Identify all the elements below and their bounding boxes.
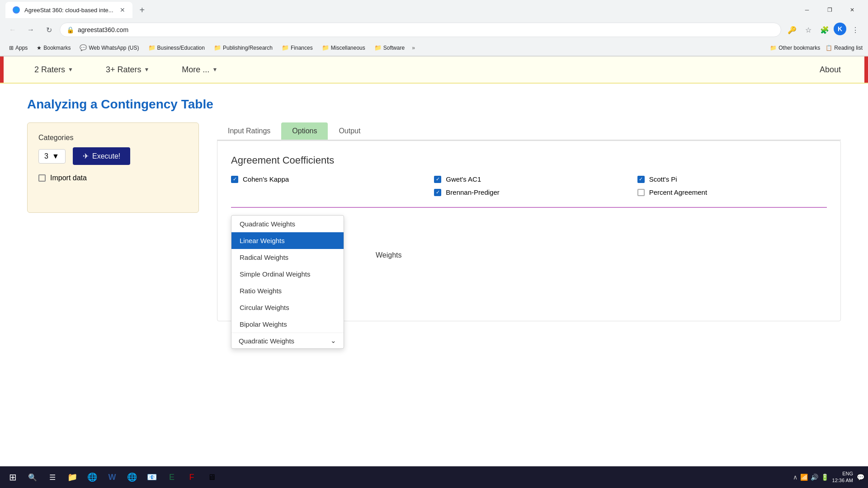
address-bar[interactable]: 🔒 agreestat360.com [60,23,781,37]
file-explorer[interactable]: 📁 [63,468,81,486]
categories-select[interactable]: 3 ▼ [38,149,66,164]
tab-input-ratings[interactable]: Input Ratings [217,122,281,140]
menu-icon[interactable]: ⋮ [848,23,863,37]
dropdown-option-linear[interactable]: Linear Weights [231,232,344,249]
dropdown-option-radical[interactable]: Radical Weights [231,249,344,266]
folder-icon: 📁 [67,472,77,482]
bookmark-business[interactable]: 📁 Business/Education [145,43,208,52]
import-label: Import data [50,174,87,182]
execute-button[interactable]: ✈ Execute! [73,147,130,165]
forward-button[interactable]: → [24,23,38,37]
folder-icon: 📁 [374,44,382,51]
percent-agreement-checkbox[interactable] [637,189,645,196]
excel[interactable]: E [163,468,181,486]
bookmarks-label: Bookmarks [43,45,71,51]
clock[interactable]: ENG 12:36 AM [832,470,853,484]
options-panel: Agreement Coefficients ✓ Cohen's Kappa ✓… [217,141,841,321]
bookmark-whatsapp[interactable]: 💬 Web WhatsApp (US) [76,43,142,52]
bookmark-publishing[interactable]: 📁 Publishing/Research [210,43,276,52]
bookmark-finances[interactable]: 📁 Finances [278,43,316,52]
word[interactable]: W [103,468,121,486]
tab-options[interactable]: Options [281,122,328,140]
publishing-label: Publishing/Research [223,45,273,51]
profile-avatar[interactable]: K [834,23,846,35]
dropdown-option-quadratic-1[interactable]: Quadratic Weights [231,216,344,232]
gwets-ac1-checkbox[interactable]: ✓ [434,176,441,183]
chrome[interactable]: 🌐 [123,468,141,486]
window-controls: ─ ❐ ✕ [797,3,863,17]
star-icon: ★ [37,45,42,51]
taskbar: ⊞ 🔍 ☰ 📁 🌐 W 🌐 📧 E F 🖥 ∧ 📶 🔊 🔋 ENG [0,466,868,488]
maximize-button[interactable]: ❐ [819,3,840,17]
refresh-button[interactable]: ↻ [42,23,56,37]
bookmark-star-icon[interactable]: ☆ [801,23,816,37]
dropdown-selected-label: Quadratic Weights [239,337,294,345]
nav-more[interactable]: More ... ▼ [175,61,225,78]
nav-2-raters[interactable]: 2 Raters ▼ [27,61,80,78]
coeff-cohens-kappa: ✓ Cohen's Kappa [231,175,420,183]
weights-dropdown-menu[interactable]: Quadratic Weights Linear Weights Radical… [231,215,344,349]
nav-3-plus-raters[interactable]: 3+ Raters ▼ [99,61,156,78]
outlook[interactable]: 📧 [143,468,161,486]
dropdown-footer-quadratic[interactable]: Quadratic Weights ⌄ [231,333,344,348]
brennan-prediger-checkbox[interactable]: ✓ [434,189,441,196]
bookmark-bookmarks[interactable]: ★ Bookmarks [33,44,74,52]
dropdown-option-simple-ordinal[interactable]: Simple Ordinal Weights [231,266,344,282]
time-label: 12:36 AM [832,477,853,484]
foxit[interactable]: F [183,468,201,486]
new-tab-button[interactable]: + [140,5,145,15]
minimize-button[interactable]: ─ [797,3,817,17]
tab-output[interactable]: Output [328,122,371,140]
excel-icon: E [169,473,175,482]
execute-label: Execute! [92,152,120,160]
software-label: Software [383,45,405,51]
dropdown-option-ratio[interactable]: Ratio Weights [231,282,344,299]
expand-tray-icon[interactable]: ∧ [793,474,797,481]
chevron-down-icon: ⌄ [330,337,336,345]
task-view[interactable]: ☰ [43,468,61,486]
page-title: Analyzing a Contingency Table [27,97,841,112]
cohens-kappa-checkbox[interactable]: ✓ [231,176,238,183]
right-panel: Input Ratings Options Output Agreement C… [217,122,841,321]
apps-label: Apps [15,45,28,51]
whatsapp-label: Web WhatsApp (US) [89,45,139,51]
tab-title: AgreeStat 360: cloud-based inte... [24,7,113,14]
dropdown-arrow-icon: ▼ [144,66,149,73]
password-icon[interactable]: 🔑 [785,23,799,37]
dropdown-arrow-icon: ▼ [68,66,73,73]
close-tab-button[interactable]: ✕ [120,6,125,14]
dropdown-option-bipolar[interactable]: Bipolar Weights [231,316,344,333]
close-window-button[interactable]: ✕ [842,3,863,17]
reading-list-label[interactable]: Reading list [834,45,863,51]
notification-icon[interactable]: 💬 [857,474,864,481]
misc-app[interactable]: 🖥 [203,468,221,486]
coeff-brennan-prediger: ✓ Brennan-Prediger [434,188,623,196]
nav-more-label: More ... [182,65,209,75]
search-taskbar[interactable]: 🔍 [24,468,42,486]
edge-browser[interactable]: 🌐 [83,468,101,486]
extensions-icon[interactable]: 🧩 [817,23,832,37]
edge-icon: 🌐 [87,472,97,482]
apps-grid-icon: ⊞ [9,45,14,51]
lock-icon: 🔒 [66,26,74,33]
system-tray: ∧ 📶 🔊 🔋 [793,474,829,481]
folder-icon: 📁 [148,44,156,51]
more-bookmarks-icon[interactable]: » [410,45,417,51]
start-button[interactable]: ⊞ [4,468,22,486]
import-checkbox[interactable] [38,174,46,182]
gwets-ac1-label: Gwet's AC1 [446,175,481,183]
scotts-pi-checkbox[interactable]: ✓ [637,176,645,183]
select-arrow-icon: ▼ [52,152,59,160]
other-bookmarks-label[interactable]: Other bookmarks [778,45,820,51]
coeff-gwets-ac1: ✓ Gwet's AC1 [434,175,623,183]
network-icon[interactable]: 📶 [800,474,808,481]
nav-about[interactable]: About [820,65,841,75]
bookmark-miscellaneous[interactable]: 📁 Miscellaneous [318,43,369,52]
back-button[interactable]: ← [5,23,20,37]
bookmark-apps[interactable]: ⊞ Apps [5,44,31,52]
bookmark-software[interactable]: 📁 Software [371,43,408,52]
dropdown-option-circular[interactable]: Circular Weights [231,299,344,316]
volume-icon[interactable]: 🔊 [811,474,818,481]
browser-tab[interactable]: 🌐 AgreeStat 360: cloud-based inte... ✕ [5,2,132,18]
cohens-kappa-label: Cohen's Kappa [243,175,289,183]
